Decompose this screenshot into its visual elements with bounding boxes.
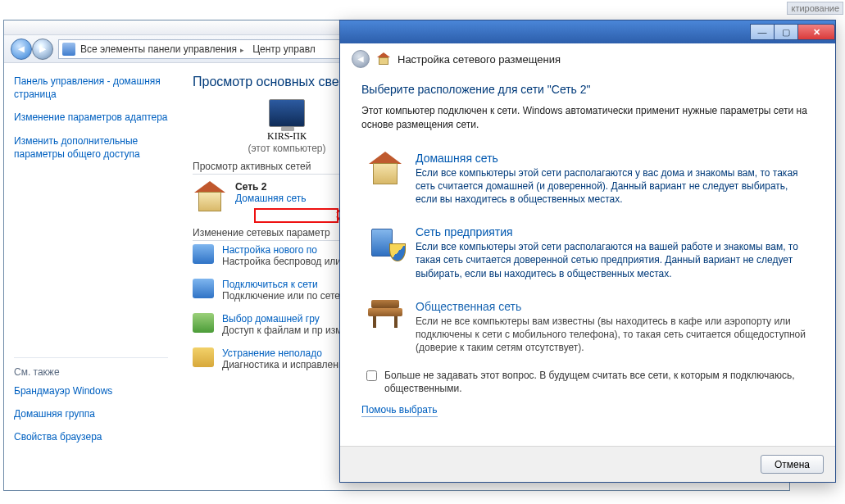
dialog-close-button[interactable]: ✕ [797,24,835,40]
computer-icon [269,99,305,127]
sidebar-homegroup-link[interactable]: Домашняя группа [14,407,168,420]
sidebar-firewall-link[interactable]: Брандмауэр Windows [14,384,168,397]
sidebar-browser-link[interactable]: Свойства браузера [14,430,168,443]
computer-sublabel: (этот компьютер) [225,143,348,154]
dialog-header-icon [376,52,391,66]
connect-network-icon [193,279,214,298]
new-connection-icon [193,244,214,264]
troubleshoot-icon [193,347,214,367]
option-public-title: Общественная сеть [416,300,809,313]
option-work-network[interactable]: Сеть предприятия Если все компьютеры это… [361,216,814,290]
connect-network-link[interactable]: Подключиться к сети [222,279,318,290]
sidebar-adapter-link[interactable]: Изменение параметров адаптера [14,111,168,124]
option-home-network[interactable]: Домашняя сеть Если все компьютеры этой с… [361,142,814,216]
background-window-fragment: ктирование [787,2,843,15]
option-home-desc: Если все компьютеры этой сети располагаю… [416,166,809,207]
treat-as-public-label: Больше не задавать этот вопрос. В будуще… [384,369,812,395]
home-network-icon [366,152,404,186]
option-work-title: Сеть предприятия [416,225,809,238]
option-home-title: Домашняя сеть [416,152,809,165]
public-network-icon [366,300,404,334]
help-choose-link[interactable]: Помочь выбрать [361,404,438,417]
dialog-maximize-button[interactable]: ▢ [774,24,798,40]
treat-as-public-checkbox[interactable] [366,370,377,381]
dialog-title: Выберите расположение для сети "Сеть 2" [361,83,814,96]
network-type-link[interactable]: Домашняя сеть [235,193,306,204]
option-public-desc: Если не все компьютеры вам известны (вы … [416,315,809,355]
dialog-intro-text: Этот компьютер подключен к сети. Windows… [361,104,814,132]
sidebar-home-link[interactable]: Панель управления - домашняя страница [14,75,168,101]
nav-forward-button[interactable]: ► [32,39,53,60]
nav-back-button[interactable]: ◄ [11,39,32,60]
option-public-network[interactable]: Общественная сеть Если не все компьютеры… [361,290,814,365]
work-network-icon [366,225,404,260]
home-network-icon [193,181,227,212]
option-work-desc: Если все компьютеры этой сети располагаю… [416,240,809,280]
dialog-back-button[interactable]: ◄ [352,50,370,68]
sidebar: Панель управления - домашняя страница Из… [4,63,178,490]
see-also-label: См. также [14,366,168,378]
homegroup-link[interactable]: Выбор домашней гру [222,313,320,325]
breadcrumb-current[interactable]: Центр управл [252,43,316,55]
sidebar-sharing-link[interactable]: Изменить дополнительные параметры общего… [14,134,168,161]
network-name: Сеть 2 [235,181,306,193]
homegroup-icon [193,313,214,333]
troubleshoot-link[interactable]: Устранение неполадо [222,347,322,359]
dialog-footer: Отмена [340,446,835,482]
dialog-minimize-button[interactable]: — [750,24,775,40]
cancel-button[interactable]: Отмена [761,455,824,474]
control-panel-icon [62,43,75,56]
breadcrumb-root[interactable]: Все элементы панели управления [80,43,248,55]
computer-name: KIRS-ПК [225,130,348,143]
network-location-dialog: — ▢ ✕ ◄ Настройка сетевого размещения Вы… [339,20,836,483]
dialog-header-title: Настройка сетевого размещения [398,53,561,66]
dialog-titlebar[interactable]: — ▢ ✕ [340,20,835,43]
new-connection-link[interactable]: Настройка нового по [222,244,317,256]
